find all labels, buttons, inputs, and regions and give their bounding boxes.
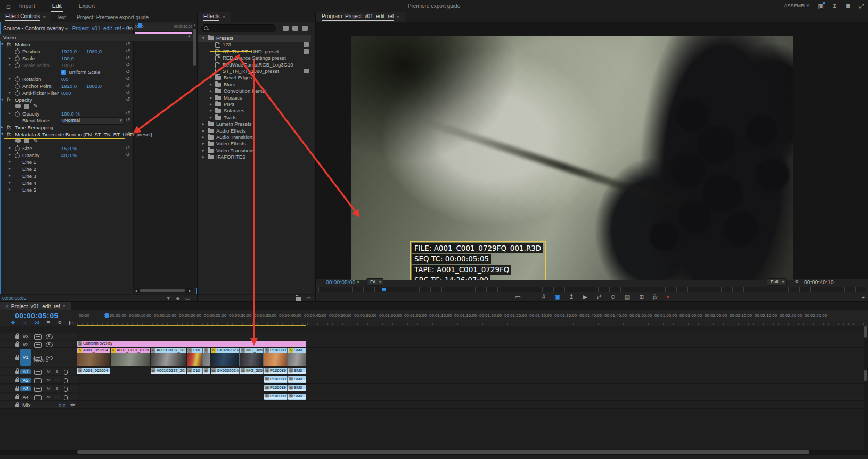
- param-value[interactable]: 40,0 %: [61, 152, 77, 158]
- clip-sm0[interactable]: fxSM0: [288, 376, 306, 383]
- clip-img-3050[interactable]: fxIMG_3050.: [240, 368, 264, 374]
- effects-item-lumetri-presets[interactable]: ▸Lumetri Presets: [198, 121, 311, 127]
- lock-icon[interactable]: [15, 379, 19, 382]
- twirl-icon[interactable]: ▾: [1, 132, 3, 136]
- twirl-icon[interactable]: ▸: [202, 135, 204, 140]
- track-header-a2[interactable]: A2MS: [0, 376, 77, 384]
- effects-search-input[interactable]: [201, 24, 276, 32]
- track-lane-a3[interactable]: [77, 385, 864, 392]
- effect-row-line-1[interactable]: ▸Line 1: [0, 159, 133, 166]
- solo-button[interactable]: S: [54, 369, 60, 374]
- clip-sm0[interactable]: fxSM0: [288, 348, 306, 366]
- effect-row-opacity[interactable]: ▾fxOpacity↺: [0, 96, 133, 103]
- clip-item[interactable]: fx: [203, 368, 210, 374]
- stopwatch-icon[interactable]: [15, 146, 20, 151]
- ec-playhead-handle[interactable]: [138, 23, 142, 28]
- track-select-a3[interactable]: A3: [20, 386, 31, 391]
- param-value[interactable]: Normal: [61, 118, 78, 124]
- effect-row-masks[interactable]: ✎: [0, 103, 133, 110]
- timeline-hscrollbar[interactable]: [0, 450, 868, 455]
- effects-item-presets[interactable]: ▾Presets: [198, 35, 311, 42]
- share-icon[interactable]: ↥: [832, 3, 837, 10]
- zoom-icon[interactable]: ▭: [185, 296, 190, 301]
- tab-project-premiere-export-guide[interactable]: Project: Premiere export guide: [71, 12, 154, 22]
- mute-button[interactable]: M: [46, 386, 51, 391]
- lane-hscrollbar[interactable]: ◀ ▶: [133, 288, 193, 293]
- solo-button[interactable]: S: [54, 395, 60, 399]
- keyframe-nav-icon[interactable]: ◀▶: [70, 403, 76, 407]
- effects-item-123[interactable]: 123: [198, 42, 311, 48]
- twirl-icon[interactable]: ▸: [210, 82, 212, 87]
- clip-p1000893[interactable]: fxP1000893.: [264, 376, 288, 383]
- scroll-right-icon[interactable]: ▶: [189, 289, 191, 292]
- lock-icon[interactable]: [15, 396, 19, 399]
- param-value[interactable]: 100,0: [61, 55, 74, 61]
- effect-row-line-5[interactable]: ▸Line 5: [0, 186, 133, 193]
- scroll-up-icon[interactable]: ▲: [193, 23, 196, 27]
- zoom-level-select[interactable]: Fit▾: [366, 278, 383, 286]
- reset-icon[interactable]: ↺: [126, 48, 130, 54]
- effects-item-pips[interactable]: ▸PIPs: [198, 101, 311, 108]
- clip-p1000893[interactable]: fxP1000893.: [264, 348, 288, 366]
- effect-row-opacity[interactable]: ▸Opacity100,0 %↺: [0, 110, 133, 117]
- show-timeline-icon[interactable]: ▶: [128, 26, 131, 30]
- effect-row-uniform-scale[interactable]: ✓Uniform Scale↺: [0, 69, 133, 76]
- clip-gx020202-m[interactable]: fxGX020202.M: [211, 368, 240, 374]
- source-patch-icon[interactable]: [34, 334, 42, 340]
- twirl-icon[interactable]: ▸: [1, 125, 3, 129]
- nav-edit[interactable]: Edit: [51, 1, 63, 11]
- effect-row-line-4[interactable]: ▸Line 4: [0, 179, 133, 186]
- comparison-view-icon[interactable]: ▣: [554, 293, 560, 300]
- twirl-icon[interactable]: ▸: [9, 62, 11, 67]
- tab-program[interactable]: Program: Project_v01_edit_ref ≡: [316, 12, 405, 22]
- record-icon[interactable]: ●: [666, 293, 669, 300]
- effects-item-faforites[interactable]: ▸!FAFORITES: [198, 154, 311, 160]
- clip-p1000893[interactable]: fxP1000893.: [264, 368, 288, 374]
- effects-item-video-effects[interactable]: ▸Video Effects: [198, 141, 311, 147]
- ec-playhead-time[interactable]: 00:00:05:05: [2, 296, 26, 301]
- delete-icon[interactable]: ▭: [307, 296, 311, 300]
- twirl-icon[interactable]: ▸: [9, 145, 11, 150]
- twirl-icon[interactable]: ▸: [9, 187, 11, 192]
- effects-item-mosaics[interactable]: ▸Mosaics: [198, 95, 311, 101]
- twirl-icon[interactable]: ▾: [1, 42, 3, 46]
- effects-item-solarizes[interactable]: ▸Solarizes: [198, 108, 311, 114]
- track-header-mix[interactable]: Mix0,0◀▶: [0, 401, 77, 409]
- reset-icon[interactable]: ↺: [126, 96, 130, 102]
- twirl-icon[interactable]: ▸: [202, 141, 204, 146]
- track-select-v3[interactable]: V3: [20, 334, 31, 339]
- 32bit-effects-icon[interactable]: [292, 26, 298, 31]
- track-select-a4[interactable]: A4: [20, 395, 31, 400]
- reset-icon[interactable]: ↺: [126, 131, 130, 137]
- track-select-a1[interactable]: A1: [20, 369, 31, 374]
- twirl-icon[interactable]: ▸: [9, 90, 11, 95]
- track-lane-mix[interactable]: [77, 401, 864, 409]
- effects-item-st-tn-rt-1080-preset[interactable]: ST_TN_RT_1080_preset: [198, 68, 311, 75]
- reset-icon[interactable]: ↺: [126, 41, 130, 47]
- nav-export[interactable]: Export: [78, 1, 96, 11]
- track-header-a1[interactable]: A1MS: [0, 368, 77, 375]
- workspace-label[interactable]: ASSEMBLY: [784, 3, 809, 9]
- effect-row-position[interactable]: Position1920,01080,0↺: [0, 48, 133, 55]
- toggle-track-output-icon[interactable]: [46, 342, 53, 347]
- effects-item-convolution-kernel[interactable]: ▸Convolution Kernel: [198, 88, 311, 94]
- snapshot-icon[interactable]: ⊙: [611, 293, 616, 300]
- stopwatch-icon[interactable]: [15, 77, 20, 82]
- effect-row-blend-mode[interactable]: Blend ModeNormal▾Normal↺: [0, 117, 133, 124]
- mask-rectangle-icon[interactable]: [24, 138, 29, 143]
- track-select-v1[interactable]: V1: [20, 349, 31, 366]
- stopwatch-icon[interactable]: [15, 91, 20, 96]
- tab-text[interactable]: Text: [51, 12, 71, 22]
- program-timecode[interactable]: 00:00:05:05: [326, 279, 355, 285]
- panel-menu-icon[interactable]: ≡: [397, 14, 399, 20]
- clip-a001-062604[interactable]: fxA001_062604: [77, 368, 110, 374]
- track-select-v2[interactable]: V2: [20, 342, 31, 347]
- effect-row-time-remapping[interactable]: ▸fxTime Remapping: [0, 124, 133, 131]
- clip-a001-0e2e04[interactable]: fxA001_0e2e04: [77, 348, 110, 366]
- mute-button[interactable]: M: [46, 369, 51, 374]
- timeline-vscrollbar[interactable]: [864, 326, 868, 454]
- filter-icon[interactable]: ▼: [166, 296, 171, 301]
- effects-item-red-source-settings-preset[interactable]: RED Source Settings preset: [198, 55, 311, 61]
- track-header-a3[interactable]: A3MS: [0, 385, 77, 392]
- twirl-icon[interactable]: ▸: [9, 166, 11, 171]
